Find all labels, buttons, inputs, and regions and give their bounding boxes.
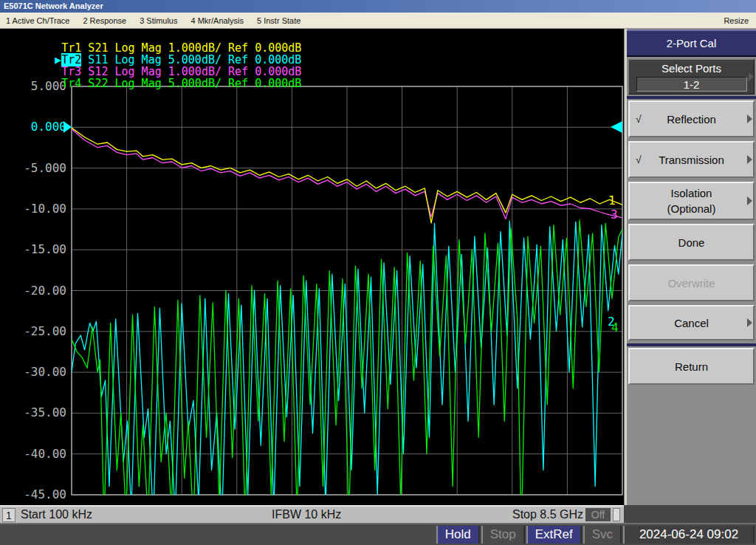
transmission-button[interactable]: √ Transmission [628,141,755,178]
softkey-menu-title-label: 2-Port Cal [667,37,717,49]
y-axis-label: -25.00 [24,324,66,338]
menu-resize[interactable]: Resize [724,16,749,25]
trace-number-label-1: 1 [608,193,616,208]
status-indicator-box [613,508,620,521]
y-axis-label: -45.00 [24,487,66,501]
separator [627,343,756,346]
menu-response[interactable]: 2 Response [83,16,126,25]
svc-indicator[interactable]: Svc [583,526,622,544]
window-title-bar: E5071C Network Analyzer [0,0,756,13]
trace4-settings: S22 Log Mag 5.000dB/ Ref 0.000dB [81,77,301,90]
window-title: E5071C Network Analyzer [4,1,103,10]
done-label: Done [678,236,705,249]
submenu-arrow-icon [747,318,752,327]
start-frequency: Start 100 kHz [21,508,92,521]
overwrite-button: Overwrite [628,264,755,301]
trace-number-label-3: 3 [611,208,618,222]
y-axis-label: -30.00 [24,365,66,379]
stop-frequency: Stop 8.5 GHz [512,508,583,521]
reflection-button[interactable]: √ Reflection [628,100,755,137]
instrument-state-bar: Hold Stop ExtRef Svc 2024-06-24 09:02 [0,523,756,545]
channel-number-badge: 1 [2,508,16,522]
isolation-label-line1: Isolation [667,185,716,201]
done-button[interactable]: Done [628,224,755,261]
submenu-arrow-icon [747,155,752,164]
datetime-display: 2024-06-24 09:02 [623,526,755,544]
transmission-label: Transmission [659,154,724,166]
menu-active-ch-trace[interactable]: 1 Active Ch/Trace [6,16,69,25]
trace-status-row-tr1[interactable]: Tr1 S21 Log Mag 1.000dB/ Ref 0.000dB [1,30,301,42]
menu-bar: 1 Active Ch/Trace 2 Response 3 Stimulus … [0,13,756,29]
trace-status-block: Tr1 S21 Log Mag 1.000dB/ Ref 0.000dB ▶Tr… [1,30,301,78]
hold-indicator[interactable]: Hold [436,526,480,544]
menu-instr-state[interactable]: 5 Instr State [257,16,300,25]
softkey-menu: 2-Port Cal Select Ports 1-2 √ Reflection… [627,29,756,505]
cancel-label: Cancel [674,317,709,329]
off-badge: Off [585,508,611,521]
instrument-screen: E5071C Network Analyzer 1 Active Ch/Trac… [0,0,756,545]
ifbw-value: IFBW 10 kHz [272,508,341,521]
y-axis-label: -35.00 [24,405,66,419]
submenu-arrow-icon [749,72,754,81]
channel-bar-right-filler [624,505,756,523]
y-axis-label: 0.000 [31,120,66,134]
channel-status-bar: 1 Start 100 kHz IFBW 10 kHz Stop 8.5 GHz… [0,505,624,523]
submenu-arrow-icon [747,196,752,205]
y-axis-label: -5.000 [24,161,66,175]
y-axis-label: -40.00 [24,447,66,461]
checkmark-icon: √ [636,113,642,125]
cancel-button[interactable]: Cancel [628,305,755,340]
menu-stimulus[interactable]: 3 Stimulus [140,16,177,25]
overwrite-label: Overwrite [667,277,715,289]
select-ports-value: 1-2 [636,77,747,92]
graph-panel: 24315.0000.000-5.000-10.00-15.00-20.00-2… [0,29,624,505]
reflection-label: Reflection [667,113,716,126]
select-ports-button[interactable]: Select Ports 1-2 [628,59,755,95]
trace-number-label-4: 4 [611,321,619,335]
graticule-and-traces: 24315.0000.000-5.000-10.00-15.00-20.00-2… [0,29,624,505]
y-axis-label: -10.00 [24,202,66,216]
menu-mkr-analysis[interactable]: 4 Mkr/Analysis [190,16,244,25]
stop-indicator[interactable]: Stop [481,526,525,544]
isolation-button[interactable]: Isolation (Optional) [628,182,755,220]
return-button[interactable]: Return [628,348,755,385]
checkmark-icon: √ [636,154,642,165]
softkey-menu-title: 2-Port Cal [627,30,756,57]
active-trace-arrow-icon: ▶ [55,54,61,66]
return-label: Return [675,360,708,373]
extref-indicator[interactable]: ExtRef [526,526,582,544]
separator [627,96,756,99]
trace4-name: Tr4 [61,77,81,90]
y-axis-label: -20.00 [24,284,66,298]
select-ports-label: Select Ports [629,62,754,75]
isolation-label-line2: (Optional) [667,201,716,216]
y-axis-label: -15.00 [24,242,66,256]
submenu-arrow-icon [747,114,752,123]
